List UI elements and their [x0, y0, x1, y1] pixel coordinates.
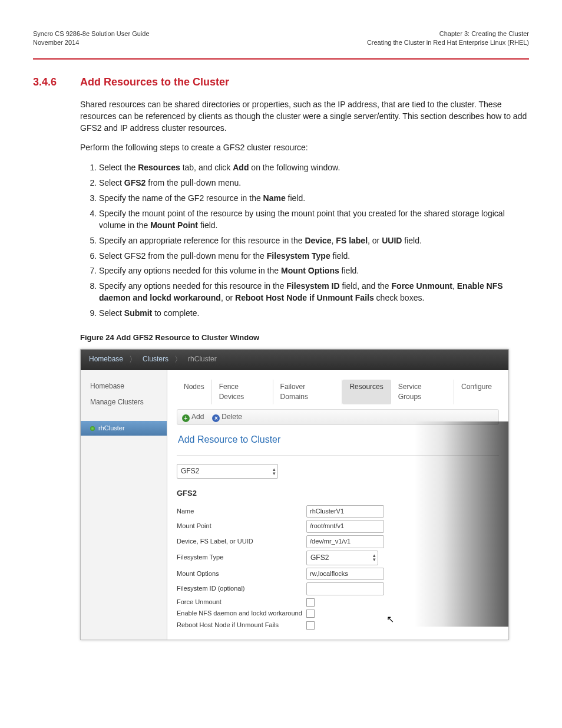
select-arrows-icon: ▴▾ [373, 554, 376, 562]
tab-configure[interactable]: Configure [454, 380, 499, 404]
add-button[interactable]: +Add [182, 412, 204, 423]
field-label: Enable NFS daemon and lockd workaround [177, 609, 306, 618]
step-1: Select the Resources tab, and click Add … [99, 162, 529, 174]
checkbox-input[interactable] [306, 610, 315, 618]
tab-fence-devices[interactable]: Fence Devices [212, 380, 273, 404]
form-row: Filesystem TypeGFS2▴▾ [177, 551, 499, 565]
step-3: Specify the name of the GF2 resource in … [99, 193, 529, 205]
text-input[interactable]: rw,localflocks [306, 568, 384, 581]
form-row: Mount Optionsrw,localflocks [177, 568, 499, 581]
step-4: Specify the mount point of the resource … [99, 208, 529, 232]
header-right-section: Creating the Cluster in Red Hat Enterpri… [367, 38, 529, 47]
field-label: Name [177, 507, 306, 516]
sidebar-item-manage-clusters[interactable]: Manage Clusters [81, 394, 167, 410]
sidebar-item-homebase[interactable]: Homebase [81, 378, 167, 394]
field-label: Mount Point [177, 522, 306, 531]
form-row: Filesystem ID (optional) [177, 582, 499, 595]
header-left-title: Syncro CS 9286-8e Solution User Guide [33, 29, 150, 38]
text-input[interactable]: rhClusterV1 [306, 505, 384, 518]
form-row: Enable NFS daemon and lockd workaround [177, 609, 499, 618]
status-dot-icon [90, 426, 95, 431]
screenshot: Homebase 〉 Clusters 〉 rhCluster Homebase… [80, 349, 509, 640]
plus-icon: + [182, 414, 190, 422]
text-input[interactable]: /root/mnt/v1 [306, 520, 384, 533]
form-row: Force Unmount [177, 598, 499, 607]
header-left-date: November 2014 [33, 38, 150, 47]
select-input[interactable]: GFS2▴▾ [306, 551, 378, 565]
type-heading: GFS2 [177, 488, 499, 499]
checkbox-input[interactable] [306, 598, 315, 607]
field-label: Mount Options [177, 569, 306, 579]
dialog-title: Add Resource to Cluster [177, 425, 499, 456]
tab-service-groups[interactable]: Service Groups [391, 380, 454, 404]
field-label: Filesystem Type [177, 553, 306, 562]
sidebar: Homebase Manage Clusters rhCluster [81, 370, 167, 640]
form-row: Mount Point/root/mnt/v1 [177, 520, 499, 533]
field-label: Device, FS Label, or UUID [177, 537, 306, 546]
chevron-right-icon: 〉 [174, 354, 182, 365]
tab-nodes[interactable]: Nodes [177, 380, 212, 404]
text-input[interactable]: /dev/mr_v1/v1 [306, 535, 384, 548]
step-2: Select GFS2 from the pull-down menu. [99, 177, 529, 189]
section-title: Add Resources to the Cluster [80, 76, 229, 88]
step-5: Specify an appropriate reference for thi… [99, 235, 529, 247]
steps-list: Select the Resources tab, and click Add … [80, 162, 529, 319]
sidebar-item-selected[interactable]: rhCluster [81, 421, 167, 436]
tab-failover-domains[interactable]: Failover Domains [273, 380, 343, 404]
paragraph-intro: Shared resources can be shared directori… [80, 99, 529, 134]
form-row: Device, FS Label, or UUID/dev/mr_v1/v1 [177, 535, 499, 548]
field-label: Force Unmount [177, 598, 306, 607]
step-9: Select Submit to complete. [99, 308, 529, 319]
dialog-panel: Add Resource to Cluster GFS2 ▴▾ GFS2 Nam… [177, 425, 499, 630]
step-6: Select GFS2 from the pull-down menu for … [99, 251, 529, 262]
main-panel: Nodes Fence Devices Failover Domains Res… [167, 370, 508, 640]
breadcrumb: Homebase 〉 Clusters 〉 rhCluster [81, 350, 508, 370]
crumb-current: rhCluster [188, 354, 217, 365]
field-label: Filesystem ID (optional) [177, 584, 306, 594]
header-right-chapter: Chapter 3: Creating the Cluster [367, 29, 529, 38]
paragraph-lead: Perform the following steps to create a … [80, 142, 529, 154]
page-header: Syncro CS 9286-8e Solution User Guide No… [33, 29, 529, 60]
cursor-icon: ↖ [386, 613, 394, 627]
tabs: Nodes Fence Devices Failover Domains Res… [167, 370, 508, 404]
step-8: Specify any options needed for this reso… [99, 281, 529, 304]
chevron-right-icon: 〉 [129, 354, 137, 365]
crumb-clusters[interactable]: Clusters [143, 354, 168, 365]
step-7: Specify any options needed for this volu… [99, 265, 529, 277]
section-heading: 3.4.6 Add Resources to the Cluster [33, 76, 529, 88]
crumb-homebase[interactable]: Homebase [89, 354, 123, 365]
form-row: NamerhClusterV1 [177, 505, 499, 518]
select-arrows-icon: ▴▾ [273, 467, 276, 476]
field-label: Reboot Host Node if Unmount Fails [177, 621, 306, 630]
resource-type-select[interactable]: GFS2 ▴▾ [177, 464, 278, 479]
tab-resources[interactable]: Resources [342, 380, 391, 404]
figure-caption: Figure 24 Add GFS2 Resource to Cluster W… [80, 332, 529, 343]
form-row: Reboot Host Node if Unmount Fails [177, 621, 499, 630]
x-icon: × [212, 414, 220, 422]
checkbox-input[interactable] [306, 621, 315, 630]
text-input[interactable] [306, 582, 384, 595]
toolbar: +Add ×Delete [177, 409, 499, 426]
section-number: 3.4.6 [33, 76, 80, 88]
delete-button[interactable]: ×Delete [212, 412, 242, 423]
